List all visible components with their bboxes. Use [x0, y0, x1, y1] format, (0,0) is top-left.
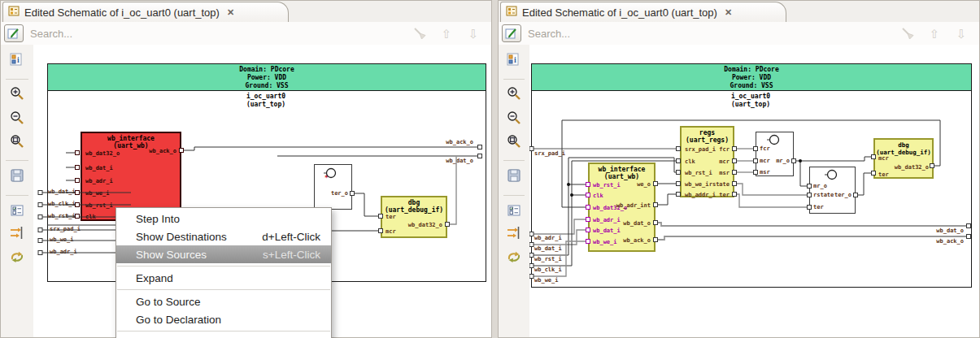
block-wb-interface[interactable]: wb_interface (uart_wb) wb_rst_i clk wb_d… [588, 162, 656, 252]
instance-label: i_oc_uart0(uart_top) [47, 93, 485, 109]
zoom-in-button[interactable] [9, 85, 25, 102]
edit-mode-button[interactable] [4, 24, 24, 42]
menu-item-show-sources[interactable]: Show Sourcess+Left-Click [116, 245, 331, 263]
schematic-tab-icon [506, 5, 517, 20]
left-content: i Domain: PDcore Power: VDD Ground: VSS … [1, 45, 491, 337]
port-wb-adr-i[interactable]: wb_adr_i [50, 249, 77, 255]
search-next-icon[interactable]: ⇩ [465, 25, 481, 41]
tab-close-icon[interactable]: ✕ [725, 7, 732, 18]
power-domain-banner: Domain: PDcore Power: VDD Ground: VSS [48, 64, 486, 91]
right-schematic-canvas[interactable]: Domain: PDcore Power: VDD Ground: VSS i_… [529, 45, 979, 337]
menu-item-go-to-declaration[interactable]: Go to Declaration [116, 310, 331, 328]
block-dbg[interactable]: dbg (uart_debug_if) ter mcr wb_dat32_o [381, 196, 447, 238]
menu-separator [117, 266, 330, 266]
zoom-fit-button[interactable] [506, 133, 522, 150]
trace-signals-button[interactable] [9, 225, 25, 241]
edit-mode-button[interactable] [502, 24, 521, 42]
port-wb-dat-i[interactable]: wb_dat_i [534, 246, 562, 252]
sync-arrows-icon [9, 249, 25, 265]
zoom-fit-icon [10, 134, 24, 149]
filter-settings-button[interactable] [506, 202, 522, 219]
properties-button[interactable]: i [506, 51, 522, 67]
port-wb-ack-o[interactable]: wb_ack_o [936, 239, 964, 245]
menu-item-expand[interactable]: Expand [116, 269, 331, 287]
zoom-in-icon [10, 86, 24, 101]
zoom-fit-icon [507, 134, 521, 149]
sync-arrows-icon [506, 249, 522, 265]
properties-icon: i [507, 52, 521, 67]
port-wb-rst-i[interactable]: wb_rst_i [534, 257, 562, 262]
right-editor-pane: Edited Schematic of i_oc_uart0 (uart_top… [498, 0, 980, 338]
left-schematic-toolbar: i [1, 45, 34, 337]
refresh-button[interactable] [9, 249, 25, 265]
block-dbg[interactable]: dbg (uart_debug_if) mcr ter wb_dat32_o [873, 138, 934, 179]
zoom-out-button[interactable] [9, 110, 25, 126]
search-input[interactable] [525, 28, 899, 40]
edit-pencil-icon [505, 27, 518, 40]
schematic-tab-icon [8, 5, 20, 20]
refresh-button[interactable] [506, 249, 522, 265]
save-icon [507, 168, 521, 183]
menu-item-show-connections[interactable]: Show Connections [116, 334, 331, 338]
zoom-fit-button[interactable] [9, 133, 25, 150]
left-tab-bar: Edited Schematic of i_oc_uart0 (uart_top… [1, 1, 491, 23]
signal-arrows-icon [9, 225, 25, 241]
zoom-out-icon [507, 110, 521, 125]
zoom-in-button[interactable] [506, 85, 522, 102]
instance-label: i_oc_uart0(uart_top) [531, 93, 970, 109]
port-wb-rst-i[interactable]: wb_rst_i [48, 214, 76, 219]
tab-title: Edited Schematic of i_oc_uart0 (uart_top… [24, 6, 220, 19]
tab-edited-schematic[interactable]: Edited Schematic of i_oc_uart0 (uart_top… [2, 2, 289, 22]
edit-pencil-icon [7, 27, 20, 40]
right-schematic-toolbar: i [499, 45, 530, 337]
properties-button[interactable]: i [9, 51, 25, 67]
tab-edited-schematic[interactable]: Edited Schematic of i_oc_uart0 (uart_top… [500, 2, 786, 22]
menu-item-go-to-source[interactable]: Go to Source [116, 292, 331, 310]
menu-separator [117, 289, 330, 290]
port-wb-we-i[interactable]: wb_we_i [534, 278, 559, 284]
port-wb-clk-i[interactable]: wb_clk_i [48, 202, 76, 207]
block-regs[interactable]: regs (uart_regs) srx_pad_i clk wb_rst_i … [680, 126, 734, 197]
block-logic-cell[interactable]: ter_o [314, 164, 352, 210]
right-content: i Domain: PDcore Power: VDD Ground: VSS … [499, 45, 979, 337]
svg-text:i: i [514, 55, 516, 64]
search-next-icon[interactable]: ⇩ [953, 25, 969, 41]
zoom-out-icon [10, 110, 24, 125]
right-tab-bar: Edited Schematic of i_oc_uart0 (uart_top… [499, 1, 979, 23]
filter-settings-button[interactable] [9, 202, 25, 219]
search-prev-icon[interactable]: ⇧ [926, 25, 943, 41]
port-wb-we-i[interactable]: wb_we_i [50, 237, 74, 243]
power-domain-banner: Domain: PDcore Power: VDD Ground: VSS [532, 64, 971, 91]
context-menu: Step Into Show Destinationsd+Left-Click … [115, 207, 332, 338]
port-wb-clk-i[interactable]: wb_clk_i [534, 267, 562, 273]
search-prev-icon[interactable]: ⇧ [438, 25, 455, 41]
properties-icon: i [10, 52, 24, 67]
menu-item-show-destinations[interactable]: Show Destinationsd+Left-Click [116, 228, 331, 245]
port-srx-pad-i[interactable]: srx_pad_i [50, 227, 81, 232]
clear-search-icon[interactable] [412, 25, 428, 41]
trace-signals-button[interactable] [506, 225, 522, 241]
left-editor-pane: Edited Schematic of i_oc_uart0 (uart_top… [0, 0, 492, 338]
port-wb-dat-i[interactable]: wb_dat_i [48, 189, 76, 195]
tab-close-icon[interactable]: ✕ [227, 7, 234, 18]
signal-arrows-icon [506, 225, 522, 241]
menu-item-step-into[interactable]: Step Into [116, 210, 331, 228]
save-icon [10, 168, 24, 183]
zoom-out-button[interactable] [506, 110, 522, 126]
checklist-icon [10, 203, 24, 218]
port-wb-ack-o[interactable]: wb_ack_o [446, 140, 473, 145]
port-wb-dat-o[interactable]: wb_dat_o [936, 228, 964, 234]
port-srx-pad-i[interactable]: srx_pad_i [534, 151, 565, 157]
search-input[interactable] [27, 28, 412, 40]
save-button[interactable] [506, 167, 522, 184]
block-logic-cell-1[interactable]: fcr mcr msr mr_o [756, 132, 794, 176]
port-wb-dat-o[interactable]: wb_dat_o [446, 158, 473, 164]
left-search-bar: ⇧ ⇩ [1, 22, 491, 46]
block-logic-cell-2[interactable]: mr_o rstate ter ter_o [809, 167, 856, 214]
port-wb-adr-i[interactable]: wb_adr_i [534, 236, 562, 241]
zoom-in-icon [507, 86, 521, 101]
svg-text:i: i [17, 55, 20, 64]
clear-search-icon[interactable] [899, 25, 916, 41]
save-button[interactable] [9, 167, 25, 184]
checklist-icon [507, 203, 521, 218]
